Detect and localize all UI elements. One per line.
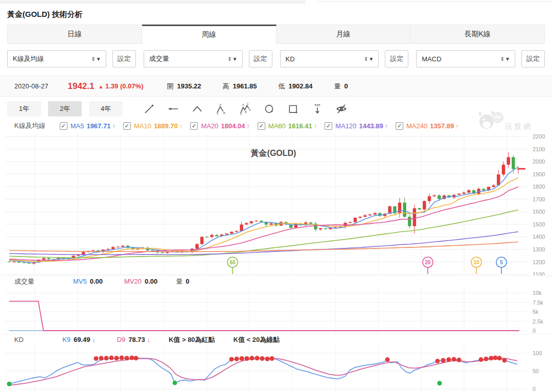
tool-angle-line[interactable] — [191, 103, 203, 115]
tab-monthly[interactable]: 月線 — [277, 25, 411, 44]
indicator-select-1-value: K線及均線 — [13, 54, 44, 63]
svg-text:TXT: TXT — [314, 104, 320, 107]
tool-hide-drawings[interactable] — [335, 103, 348, 115]
svg-text:7.5k: 7.5k — [533, 299, 543, 306]
wave-0abcd-icon: 0ABCD — [239, 103, 251, 115]
legend-item-ma120: ✓MA1201443.89↑ — [325, 122, 388, 130]
indicator-select-3[interactable]: KD⇕▼ — [280, 50, 379, 67]
tab-weekly[interactable]: 周線 — [142, 25, 277, 44]
mv20-value: MV200.00 — [124, 278, 157, 285]
indicator-selectors: K線及均線⇕▼ 設定 成交量⇕▼ 設定 KD⇕▼ 設定 MACD⇕▼ 設定 — [7, 50, 545, 67]
svg-text:黃金(GOLD): 黃金(GOLD) — [250, 149, 296, 157]
svg-text:A: A — [242, 103, 244, 106]
kd-chart[interactable]: 100500 — [0, 345, 552, 392]
kd-label: KD — [14, 336, 24, 343]
up-arrow: ↑ — [314, 122, 317, 130]
svg-text:A: A — [219, 103, 221, 106]
period-tabs: 日線 周線 月線 長期K線 — [7, 25, 545, 44]
quote-date: 2020-08-27 — [14, 82, 49, 90]
svg-text:1400: 1400 — [533, 234, 545, 240]
svg-text:1800: 1800 — [533, 183, 545, 190]
svg-text:2000: 2000 — [533, 158, 545, 165]
quote-change-value: 1.39 (0.07%) — [105, 82, 143, 90]
up-arrow: ↑ — [179, 122, 183, 130]
range-button-2y[interactable]: 2年 — [48, 101, 82, 117]
settings-button-2[interactable]: 設定 — [249, 50, 272, 67]
kd-note-red: K值 > 80為紅點 — [169, 335, 215, 344]
tool-horizontal-line[interactable] — [167, 103, 179, 115]
page: { "page": {"title": "黃金(GOLD) 技術分析"}, "i… — [0, 0, 552, 392]
legend-item-ma240: ✓MA2401357.89↑ — [396, 122, 459, 130]
quote-open: 開1935.22 — [167, 82, 201, 91]
svg-text:2.5k: 2.5k — [533, 318, 543, 325]
ma20-checkbox[interactable]: ✓ — [190, 122, 198, 130]
legend-item-ma20: ✓MA201804.04↑ — [190, 122, 249, 130]
quote-volume: 量0 — [334, 82, 348, 91]
ma240-checkbox[interactable]: ✓ — [396, 122, 403, 130]
eye-slash-icon — [335, 103, 348, 115]
tab-daily[interactable]: 日線 — [7, 25, 142, 44]
svg-text:B: B — [223, 111, 225, 114]
legend-label: K線及均線 — [14, 121, 45, 130]
quote-low: 低1902.84 — [278, 82, 312, 91]
range-button-1y[interactable]: 1年 — [7, 101, 41, 117]
volume-pane-header: 成交量 MV50.00 MV200.00 量0 — [0, 275, 552, 287]
settings-button-4[interactable]: 設定 — [521, 50, 545, 67]
kd-note-green: K值 < 20為綠點 — [234, 335, 280, 344]
svg-text:1900: 1900 — [533, 171, 545, 177]
quote-high: 高1961.85 — [222, 82, 257, 91]
select-arrows-icon: ⇕▼ — [364, 56, 374, 62]
svg-text:20: 20 — [425, 260, 431, 265]
indicator-select-1[interactable]: K線及均線⇕▼ — [7, 50, 106, 67]
legend-item-ma5: ✓MA51967.71↑ — [60, 122, 116, 130]
ma5-checkbox[interactable]: ✓ — [60, 122, 67, 130]
ma10-checkbox[interactable]: ✓ — [123, 122, 131, 130]
tool-wave-0ab[interactable]: 0AB — [215, 103, 227, 115]
rectangle-icon — [287, 103, 300, 115]
svg-text:5k: 5k — [533, 309, 539, 315]
svg-text:1600: 1600 — [533, 209, 545, 215]
ma120-checkbox[interactable]: ✓ — [325, 122, 332, 130]
indicator-select-4[interactable]: MACD⇕▼ — [416, 50, 515, 67]
main-candlestick-chart[interactable]: 2200210020001900180017001600150014001300… — [0, 132, 552, 275]
range-button-4y[interactable]: 4年 — [89, 101, 123, 117]
trend-line-icon — [143, 103, 155, 115]
svg-text:0: 0 — [217, 112, 219, 115]
svg-text:1300: 1300 — [533, 246, 545, 252]
indicator-select-4-value: MACD — [422, 55, 441, 63]
up-arrow: ↑ — [112, 122, 116, 130]
svg-text:1500: 1500 — [533, 221, 545, 227]
svg-text:50: 50 — [533, 368, 539, 374]
svg-text:D: D — [249, 108, 251, 111]
tool-text[interactable]: TXT — [311, 103, 324, 115]
ma60-checkbox[interactable]: ✓ — [258, 122, 265, 130]
drawing-tools: 0AB 0ABCD TXT — [143, 103, 348, 115]
page-title: 黃金(GOLD) 技術分析 — [0, 4, 552, 25]
quote-change: ▲ 1.39 (0.07%) — [99, 82, 144, 90]
settings-button-3[interactable]: 設定 — [385, 50, 408, 67]
select-arrows-icon: ⇕▼ — [500, 56, 511, 62]
mv5-value: MV50.00 — [73, 278, 103, 285]
settings-button-1[interactable]: 設定 — [112, 50, 136, 67]
down-arrow: ↓ — [147, 336, 150, 343]
indicator-select-2[interactable]: 成交量⇕▼ — [144, 50, 243, 67]
svg-text:1700: 1700 — [533, 196, 545, 202]
angle-line-icon — [191, 103, 203, 115]
tool-trend-line[interactable] — [143, 103, 155, 115]
tool-ellipse[interactable] — [263, 103, 275, 115]
volume-label: 成交量 — [14, 277, 34, 286]
tab-longterm[interactable]: 長期K線 — [410, 25, 545, 44]
horizontal-line-icon — [167, 103, 179, 115]
down-arrow: ↓ — [92, 336, 96, 343]
k9-value: K969.49 ↓ — [62, 336, 96, 343]
tool-wave-0abcd[interactable]: 0ABCD — [239, 103, 251, 115]
tool-rectangle[interactable] — [287, 103, 300, 115]
svg-text:1100: 1100 — [533, 271, 545, 275]
text-tool-icon: TXT — [311, 103, 324, 115]
volume-chart[interactable]: 10k7.5k5k2.5k0 — [0, 287, 552, 334]
up-arrow: ↑ — [455, 122, 459, 130]
svg-text:10k: 10k — [533, 290, 542, 296]
d9-value: D978.73 ↓ — [117, 336, 150, 343]
svg-text:0: 0 — [533, 328, 536, 334]
top-strip — [0, 0, 552, 4]
